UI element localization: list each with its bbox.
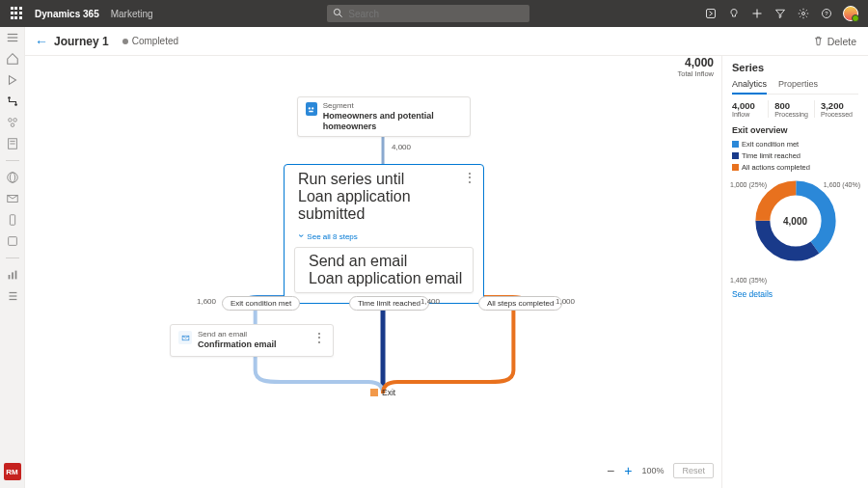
stat-processed-v: 3,200	[821, 100, 853, 111]
series-main: Loan application submitted	[298, 188, 475, 223]
see-details-link[interactable]: See details	[732, 289, 858, 299]
count-exit: 1,600	[197, 297, 216, 306]
series-sub: Run series until	[298, 171, 475, 188]
segment-node[interactable]: Segment Homeowners and potential homeown…	[297, 96, 471, 137]
user-avatar[interactable]	[843, 6, 858, 21]
svg-point-19	[7, 173, 17, 183]
svg-point-20	[10, 173, 14, 183]
svg-line-1	[339, 14, 342, 17]
zoom-value: 100%	[641, 466, 664, 475]
donut-label-bl: 1,400 (35%)	[730, 277, 767, 284]
series-more-icon[interactable]: ⋮	[464, 171, 475, 184]
count-steps: 1,000	[556, 297, 575, 306]
chart-icon[interactable]	[6, 268, 19, 282]
overview-title: Exit overview	[732, 125, 858, 135]
segment-icon[interactable]	[6, 116, 19, 129]
series-expand[interactable]: See all 8 steps	[285, 229, 483, 247]
chart-legend: Exit condition met Time limit reached Al…	[732, 139, 858, 174]
svg-point-11	[8, 96, 11, 99]
email-confirm-icon	[178, 331, 192, 344]
home-icon[interactable]	[6, 52, 19, 66]
journey-icon[interactable]	[6, 95, 19, 108]
stat-processing-l: Processing	[774, 111, 808, 118]
svg-rect-26	[14, 271, 16, 280]
email-icon[interactable]	[6, 192, 19, 205]
legend-time: Time limit reached	[742, 151, 800, 160]
svg-point-34	[309, 107, 311, 109]
segment-icon	[306, 102, 317, 116]
confirm-more-icon[interactable]: ⋮	[313, 331, 325, 344]
zoom-out-button[interactable]: −	[607, 463, 614, 478]
svg-rect-36	[310, 110, 314, 112]
share-icon[interactable]	[704, 7, 718, 20]
stat-triplet: 4,000Inflow 800Processing 3,200Processed	[732, 100, 858, 118]
series-node[interactable]: Run series until Loan application submit…	[284, 164, 484, 304]
panel-title: Series	[732, 62, 858, 73]
global-topbar: Dynamics 365 Marketing ?	[0, 0, 868, 27]
confirm-email-node[interactable]: Send an email Confirmation email ⋮	[170, 324, 334, 357]
delete-label: Delete	[827, 36, 856, 47]
play-icon[interactable]	[6, 73, 19, 87]
add-icon[interactable]	[750, 7, 764, 20]
panel-tabs: Analytics Properties	[732, 79, 858, 95]
phone-icon[interactable]	[6, 213, 19, 227]
persona-badge[interactable]: RM	[4, 463, 21, 480]
globe-icon[interactable]	[6, 171, 19, 184]
tab-analytics[interactable]: Analytics	[732, 79, 767, 95]
filter-icon[interactable]	[773, 7, 787, 20]
legend-all: All actions completed	[742, 163, 810, 172]
journey-canvas[interactable]: 4,000 Total Inflow Segment	[25, 56, 721, 488]
count-time: 1,400	[420, 297, 440, 306]
search-input[interactable]	[327, 5, 529, 22]
trash-icon	[813, 36, 824, 46]
svg-point-35	[312, 107, 313, 109]
delete-button[interactable]: Delete	[813, 36, 856, 47]
app-name: Dynamics 365	[35, 9, 99, 19]
confirm-sub: Send an email	[198, 331, 277, 339]
chip-exit-condition[interactable]: Exit condition met	[222, 296, 300, 311]
form-icon[interactable]	[6, 137, 19, 150]
series-inner-node[interactable]: Send an email Loan application email	[294, 247, 474, 293]
chip-all-steps[interactable]: All steps completed	[478, 296, 562, 311]
back-button[interactable]: ←	[35, 34, 48, 49]
svg-point-14	[13, 119, 16, 122]
stat-processing-v: 800	[774, 100, 808, 111]
exit-node: Exit	[370, 388, 395, 397]
app-launcher-icon[interactable]	[10, 6, 25, 21]
left-nav: RM	[0, 27, 25, 488]
exit-donut-chart: 4,000	[752, 177, 839, 264]
svg-point-13	[8, 119, 12, 122]
series-inner-sub: Send an email	[309, 253, 462, 270]
confirm-main: Confirmation email	[198, 339, 277, 350]
legend-exit: Exit condition met	[742, 140, 799, 149]
stat-inflow-v: 4,000	[732, 100, 762, 111]
svg-rect-24	[8, 275, 10, 279]
exit-label: Exit	[382, 388, 395, 397]
lightbulb-icon[interactable]	[727, 7, 741, 20]
donut-total: 4,000	[752, 177, 839, 264]
svg-point-15	[11, 123, 14, 127]
page-title: Journey 1	[54, 35, 109, 48]
stat-inflow-l: Inflow	[732, 111, 762, 118]
svg-rect-25	[12, 272, 14, 279]
zoom-in-button[interactable]: +	[624, 463, 632, 478]
hamburger-icon[interactable]	[6, 31, 19, 44]
status-dot	[122, 39, 128, 44]
settings-icon[interactable]	[797, 7, 810, 20]
svg-point-5	[802, 13, 805, 15]
global-search[interactable]	[327, 5, 529, 22]
exit-icon	[370, 389, 378, 396]
zoom-toolbar: − + 100% Reset	[607, 463, 714, 478]
svg-text:?: ?	[825, 11, 828, 16]
tablet-icon[interactable]	[6, 234, 19, 248]
svg-point-0	[335, 9, 340, 14]
svg-rect-23	[8, 237, 16, 246]
zoom-reset-button[interactable]: Reset	[673, 463, 714, 478]
app-area: Marketing	[111, 9, 153, 19]
list-icon[interactable]	[6, 289, 19, 303]
help-icon[interactable]: ?	[820, 7, 833, 20]
chip-time-limit[interactable]: Time limit reached	[349, 296, 429, 311]
tab-properties[interactable]: Properties	[778, 79, 818, 94]
svg-rect-22	[10, 215, 14, 226]
segment-sub: Segment	[323, 102, 462, 111]
